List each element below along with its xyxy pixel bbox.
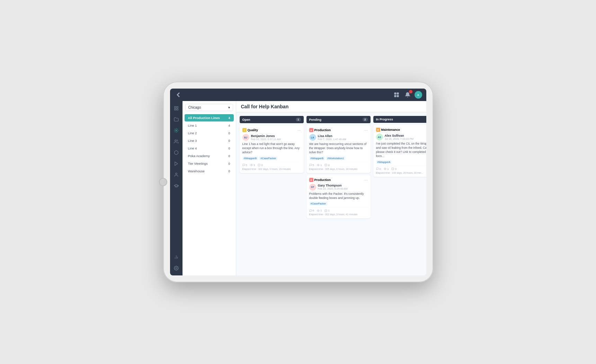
user-info: Lisa Allen Feb 7, 2020, 1:47:49 AM <box>318 134 368 141</box>
nav-item-count: 0 <box>228 147 230 150</box>
kanban-card[interactable]: ▲ Production ··· LA Lisa Allen Feb 7, 20… <box>306 125 371 173</box>
card-tags: #WrapperB#CasePacker <box>242 156 301 160</box>
card-category-badge: ▲ Production <box>309 178 331 182</box>
card-footer: 5 3 0 <box>242 162 301 167</box>
comments-count: 0 <box>380 167 381 171</box>
nav-item-count: 0 <box>228 139 230 143</box>
card-text: I've just completed the CIL on the Wrapp… <box>376 142 426 158</box>
folder-icon[interactable] <box>172 115 181 124</box>
card-views-stat: 3 <box>250 164 255 167</box>
nav-item-label: Line 1 <box>188 124 197 127</box>
bell-badge <box>409 90 412 93</box>
nav-item[interactable]: All Production Lines4 <box>185 114 234 121</box>
elapsed-time: Elapsed time · 302 days, 3 hours, 41 min… <box>309 213 368 216</box>
location-value: Chicago <box>188 106 201 109</box>
kanban-card[interactable]: ! Quality ··· BJ Benjamin Jones Feb 10, … <box>240 125 304 173</box>
bell-icon-button[interactable] <box>403 91 412 99</box>
attachments-count: 0 <box>395 167 396 171</box>
card-user-name: Alex Sullivan <box>385 134 426 137</box>
user-avatar: LA <box>309 134 316 141</box>
settings-group-icon[interactable] <box>172 137 181 146</box>
views-count: 1 <box>320 209 322 212</box>
card-category-row: ▲ Production ··· <box>309 128 368 132</box>
card-attachments-stat: 0 <box>324 164 329 167</box>
kanban-card[interactable]: ▲ Production ··· GT Gary Thompson Feb 10… <box>306 175 371 219</box>
card-more-button[interactable]: ··· <box>297 128 301 132</box>
home-button[interactable] <box>159 178 167 186</box>
card-user-date: Feb 10, 2020, 6:25:43 AM <box>318 187 368 190</box>
nav-item[interactable]: Warehouse0 <box>185 167 234 175</box>
svg-rect-5 <box>177 107 178 108</box>
card-comments-stat: 6 <box>309 209 314 212</box>
card-category-badge: ! Quality <box>242 128 258 132</box>
kanban-card[interactable]: ▼ Maintenance ··· AS Alex Sullivan Jul 1… <box>373 125 426 177</box>
card-category-label: Production <box>314 128 331 132</box>
box-icon[interactable] <box>172 148 181 157</box>
card-more-button[interactable]: ··· <box>364 178 367 182</box>
nav-item[interactable]: Poka Academy0 <box>185 152 234 160</box>
person-icon[interactable] <box>172 170 181 179</box>
left-nav: Chicago ▾ All Production Lines4Line 14Li… <box>183 101 236 275</box>
card-attachments-stat: 0 <box>391 167 396 171</box>
card-tag: #CasePacker <box>309 202 328 206</box>
chevron-down-icon: ▾ <box>228 106 230 109</box>
card-comments-stat: 5 <box>242 164 247 167</box>
column-count: 2 <box>363 118 367 121</box>
user-avatar-top[interactable]: A <box>415 91 422 99</box>
nav-item[interactable]: Tier Meetings0 <box>185 160 234 167</box>
cog-icon[interactable] <box>172 264 181 273</box>
card-user-date: Feb 10, 2020, 6:37:11 AM <box>251 138 301 141</box>
card-category-label: Quality <box>248 128 258 132</box>
page-header: Call for Help Kanban <box>236 101 426 112</box>
attachments-count: 0 <box>328 164 329 167</box>
card-tags: #WrapperB#Workstation1 <box>309 156 368 160</box>
card-tag: #Workstation1 <box>326 156 345 160</box>
views-count: 1 <box>387 167 389 171</box>
svg-point-16 <box>251 165 252 165</box>
svg-rect-0 <box>394 93 396 94</box>
content-area: Call for Help Kanban Open1 ! Quality ···… <box>236 101 426 275</box>
card-tag: #WrapperB <box>242 156 258 160</box>
back-button[interactable] <box>174 91 183 99</box>
graduation-icon[interactable] <box>172 181 181 190</box>
video-icon[interactable] <box>172 159 181 168</box>
workflow-icon[interactable] <box>172 126 181 135</box>
tablet-screen: A <box>170 89 426 275</box>
category-dot: ▲ <box>309 178 313 182</box>
category-dot: ▼ <box>376 128 380 132</box>
svg-marker-10 <box>175 162 177 166</box>
kanban-column-in_progress: In Progress ▼ Maintenance ··· AS Alex Su… <box>373 116 426 272</box>
card-category-label: Maintenance <box>381 128 400 131</box>
comments-count: 5 <box>246 164 247 167</box>
nav-item[interactable]: Line 30 <box>185 137 234 144</box>
nav-item-count: 4 <box>228 116 230 120</box>
card-user-name: Gary Thompson <box>318 184 368 187</box>
card-views-stat: 1 <box>317 209 322 212</box>
scan-icon-button[interactable] <box>392 91 401 99</box>
user-info: Alex Sullivan Jul 16, 2020, 7:33:33 PM <box>385 134 426 140</box>
nav-item-label: Line 4 <box>188 146 197 150</box>
card-tags: #WrapperA <box>376 160 426 164</box>
svg-rect-2 <box>394 95 396 97</box>
views-count: 3 <box>253 164 255 167</box>
card-text: Line 1 has a red light that won't go awa… <box>242 142 301 155</box>
card-user-date: Jul 16, 2020, 7:33:33 PM <box>385 137 426 140</box>
card-tag: #WrapperA <box>376 160 392 164</box>
nav-item-count: 0 <box>228 170 230 173</box>
dashboard-icon[interactable] <box>172 104 181 113</box>
sidebar-icons <box>170 101 183 275</box>
nav-item[interactable]: Line 40 <box>185 145 234 152</box>
chart-bar-icon[interactable] <box>172 253 181 262</box>
card-tag: #WrapperB <box>309 156 325 160</box>
user-avatar: GT <box>309 184 316 191</box>
card-category-row: ▼ Maintenance ··· <box>376 128 426 132</box>
nav-item[interactable]: Line 20 <box>185 129 234 137</box>
location-select[interactable]: Chicago ▾ <box>185 104 233 111</box>
card-more-button[interactable]: ··· <box>364 128 367 132</box>
svg-point-22 <box>318 210 319 211</box>
card-tag: #CasePacker <box>259 156 277 160</box>
card-footer: 0 1 0 <box>376 166 426 171</box>
card-category-row: ! Quality ··· <box>242 128 301 132</box>
nav-item[interactable]: Line 14 <box>185 122 234 129</box>
card-tags: #CasePacker <box>309 202 368 206</box>
